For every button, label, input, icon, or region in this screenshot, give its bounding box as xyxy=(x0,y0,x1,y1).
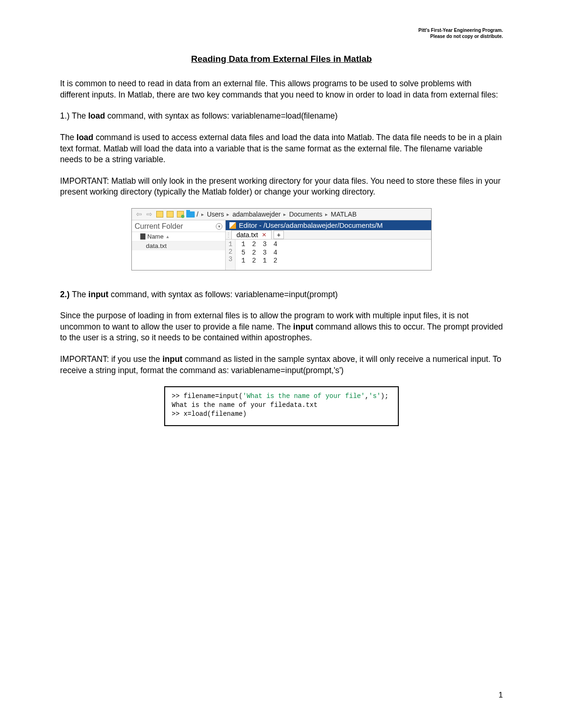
item2-command: input xyxy=(88,290,108,299)
header-notice: Pitt's First-Year Engineering Program. P… xyxy=(418,27,503,39)
list-item[interactable]: data.txt xyxy=(132,241,225,250)
bc-user[interactable]: adambalawejder xyxy=(232,210,281,218)
editor-tab[interactable]: data.txt ✕ xyxy=(231,230,272,239)
chevron-right-icon: ▸ xyxy=(282,211,287,218)
input-description: Since the purpose of loading in from ext… xyxy=(60,310,503,344)
load-description: The load command is used to access exter… xyxy=(60,132,503,165)
cmd-l2: What is the name of your filedata.txt xyxy=(172,401,318,409)
bc-matlab[interactable]: MATLAB xyxy=(331,210,357,218)
up-folder-icon[interactable] xyxy=(155,210,164,218)
matlab-body: Current Folder ▾ Name ▲ data.txt Editor … xyxy=(132,220,431,270)
cmd-l3: >> x=load(filename) xyxy=(172,410,247,418)
editor-title-text: Editor - /Users/adambalawejder/Documents… xyxy=(239,221,383,229)
p4-input: input xyxy=(293,322,313,331)
back-icon[interactable]: ⇦ xyxy=(135,210,143,218)
item2-rest: command, with syntax as follows: variabl… xyxy=(108,290,338,299)
current-folder-title: Current Folder ▾ xyxy=(132,221,225,232)
drag-handle-icon[interactable]: ⋮⋮ xyxy=(226,232,230,238)
item1-lead: 1.) The xyxy=(60,111,88,120)
page-body: Reading Data from External Files in Matl… xyxy=(0,0,563,426)
name-column-header[interactable]: Name ▲ xyxy=(132,232,225,241)
item2-lead: 2.) xyxy=(60,290,72,299)
item1-rest: command, with syntax as follows: variabl… xyxy=(105,111,338,120)
page-number: 1 xyxy=(499,690,503,700)
cmd-l1c: , xyxy=(365,392,369,400)
editor-tabs: ⋮⋮ data.txt ✕ + xyxy=(226,230,431,240)
code-line: 1 2 3 4 xyxy=(241,240,279,249)
p2-load: load xyxy=(76,133,93,142)
cmd-l1e: ); xyxy=(380,392,388,400)
code-line: 1 2 1 2 xyxy=(241,257,279,265)
gutter-num: 2 xyxy=(228,248,232,255)
editor-icon xyxy=(229,222,236,229)
command-window-screenshot: >> filename=input('What is the name of y… xyxy=(164,386,399,426)
item-1: 1.) The load command, with syntax as fol… xyxy=(60,111,503,122)
chevron-right-icon: ▸ xyxy=(324,211,329,218)
gutter-num: 1 xyxy=(228,240,232,248)
intro-paragraph: It is common to need to read in data fro… xyxy=(60,78,503,100)
chevron-right-icon: ▸ xyxy=(200,211,205,218)
important-note-1: IMPORTANT: Matlab will only look in the … xyxy=(60,176,503,198)
p2c: command is used to access external data … xyxy=(60,133,502,164)
bc-documents[interactable]: Documents xyxy=(289,210,322,218)
cmd-string-1: 'What is the name of your file' xyxy=(243,392,365,400)
p5a: IMPORTANT: if you use the xyxy=(60,354,162,364)
matlab-toolbar: ⇦ ⇨ / ▸ Users ▸ adambalawejder ▸ Documen… xyxy=(132,209,431,220)
matlab-screenshot: ⇦ ⇨ / ▸ Users ▸ adambalawejder ▸ Documen… xyxy=(131,208,432,270)
p5-input: input xyxy=(162,354,183,364)
p2a: The xyxy=(60,133,76,142)
sort-asc-icon: ▲ xyxy=(166,234,170,239)
editor-titlebar: Editor - /Users/adambalawejder/Documents… xyxy=(226,220,431,230)
current-folder-icon[interactable] xyxy=(186,210,195,218)
name-header-text: Name xyxy=(147,233,164,240)
cmd-l1a: >> filename=input( xyxy=(172,392,243,400)
editor-content[interactable]: 1 2 3 1 2 3 4 5 2 3 4 1 2 1 2 xyxy=(226,240,431,270)
panel-options-icon[interactable]: ▾ xyxy=(216,223,222,230)
editor-lines: 1 2 3 4 5 2 3 4 1 2 1 2 xyxy=(236,240,279,270)
header-line1: Pitt's First-Year Engineering Program. xyxy=(418,27,503,33)
forward-icon[interactable]: ⇨ xyxy=(145,210,153,218)
file-icon xyxy=(140,233,145,240)
important-note-2: IMPORTANT: if you use the input command … xyxy=(60,354,503,376)
editor-panel: Editor - /Users/adambalawejder/Documents… xyxy=(226,220,431,270)
item2-the: The xyxy=(72,290,88,299)
cf-label: Current Folder xyxy=(135,222,183,231)
item1-command: load xyxy=(88,111,105,120)
current-folder-panel: Current Folder ▾ Name ▲ data.txt xyxy=(132,220,226,270)
new-folder-icon[interactable] xyxy=(176,210,184,218)
page-title: Reading Data from External Files in Matl… xyxy=(60,54,503,64)
bc-root[interactable]: / xyxy=(197,210,198,218)
close-icon[interactable]: ✕ xyxy=(262,232,266,238)
bc-users[interactable]: Users xyxy=(207,210,224,218)
chevron-right-icon: ▸ xyxy=(226,211,230,218)
code-line: 5 2 3 4 xyxy=(241,249,279,257)
browse-folder-icon[interactable] xyxy=(166,210,174,218)
gutter-num: 3 xyxy=(228,255,232,263)
line-gutter: 1 2 3 xyxy=(226,240,236,270)
cmd-string-2: 's' xyxy=(369,392,380,400)
new-tab-button[interactable]: + xyxy=(274,231,284,239)
header-line2: Please do not copy or distribute. xyxy=(418,33,503,39)
item-2: 2.) The input command, with syntax as fo… xyxy=(60,289,503,300)
tab-label: data.txt xyxy=(236,231,258,239)
